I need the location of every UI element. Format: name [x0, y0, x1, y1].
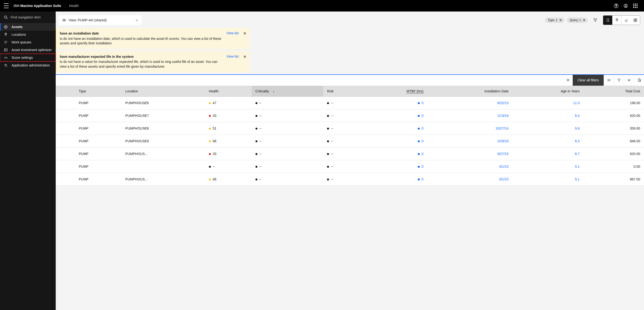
help-button[interactable] — [611, 1, 621, 10]
menu-toggle-button[interactable] — [4, 3, 9, 8]
app-title: IBM Maximo Application Suite — [14, 4, 61, 8]
app-header: IBM Maximo Application Suite Health — [0, 0, 644, 11]
app-switcher-button[interactable] — [630, 1, 640, 10]
user-avatar-button[interactable] — [621, 1, 630, 10]
header-divider — [65, 3, 65, 9]
header-context: Health — [69, 4, 79, 8]
